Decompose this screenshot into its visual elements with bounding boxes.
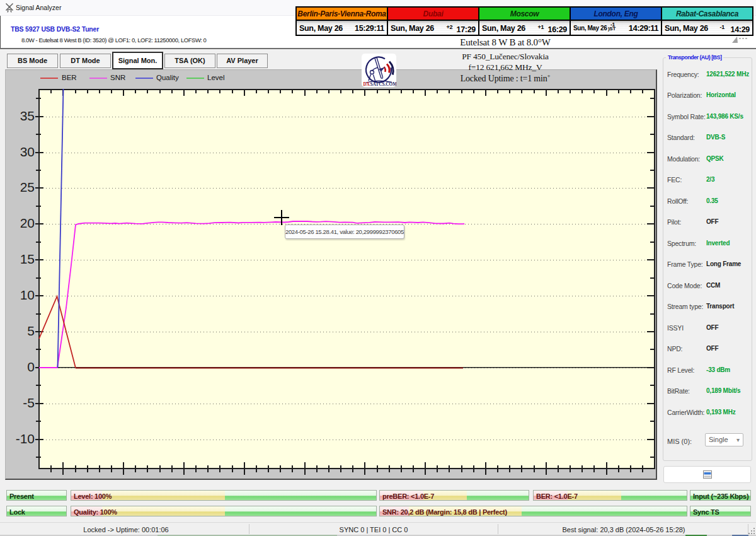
svg-text:SATCS.COM: SATCS.COM [370, 81, 397, 87]
svg-text:DX: DX [364, 81, 370, 87]
